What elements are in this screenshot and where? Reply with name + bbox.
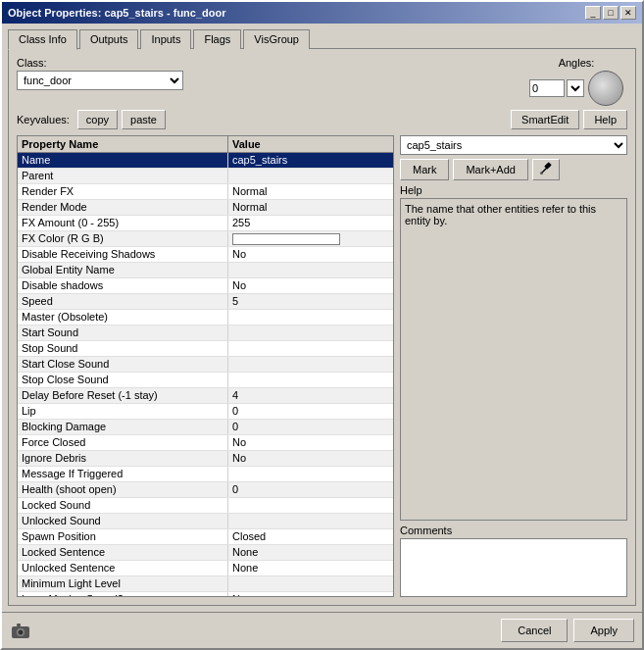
table-row[interactable]: Start Sound xyxy=(18,325,393,341)
paste-button[interactable]: paste xyxy=(122,110,166,129)
cancel-button[interactable]: Cancel xyxy=(501,619,568,642)
table-row[interactable]: Render ModeNormal xyxy=(18,200,393,216)
help-text: The name that other entities refer to th… xyxy=(400,198,627,521)
class-section: Class: func_door xyxy=(17,57,183,106)
prop-name-cell: Locked Sentence xyxy=(18,545,228,560)
prop-value-cell: 0 xyxy=(228,404,393,419)
angles-label: Angles: xyxy=(559,57,595,69)
class-label: Class: xyxy=(17,57,183,69)
prop-value-cell: No xyxy=(228,451,393,466)
angles-dropdown[interactable] xyxy=(567,79,584,97)
prop-name-cell: Disable Receiving Shadows xyxy=(18,247,228,262)
tab-visgroup[interactable]: VisGroup xyxy=(243,29,310,49)
apply-button[interactable]: Apply xyxy=(573,619,634,642)
minimize-button[interactable]: _ xyxy=(585,6,601,20)
maximize-button[interactable]: □ xyxy=(603,6,619,20)
table-row[interactable]: Blocking Damage0 xyxy=(18,420,393,435)
prop-value-cell xyxy=(228,310,393,325)
prop-name-cell: Minimum Light Level xyxy=(18,576,228,591)
table-row[interactable]: Force ClosedNo xyxy=(18,435,393,451)
prop-value-cell xyxy=(228,357,393,372)
table-row[interactable]: Unlocked SentenceNone xyxy=(18,561,393,576)
table-row[interactable]: Minimum Light Level xyxy=(18,576,393,592)
svg-rect-6 xyxy=(17,624,21,626)
prop-value-cell xyxy=(228,467,393,481)
main-area: Property Name Value Namecap5_stairsParen… xyxy=(17,135,627,597)
table-row[interactable]: Render FXNormal xyxy=(18,184,393,200)
table-row[interactable]: Delay Before Reset (-1 stay)4 xyxy=(18,388,393,404)
table-row[interactable]: FX Amount (0 - 255)255 xyxy=(18,216,393,231)
table-row[interactable]: Ignore DebrisNo xyxy=(18,451,393,467)
prop-name-cell: Stop Close Sound xyxy=(18,373,228,387)
col-property-name: Property Name xyxy=(18,136,228,152)
angles-input[interactable] xyxy=(529,79,565,97)
window-content: Class Info Outputs Inputs Flags VisGroup… xyxy=(2,24,642,612)
keyvalues-label: Keyvalues: xyxy=(17,114,70,125)
tab-class-info[interactable]: Class Info xyxy=(8,29,77,50)
close-button[interactable]: ✕ xyxy=(620,6,636,20)
prop-value-cell xyxy=(228,373,393,387)
class-select[interactable]: func_door xyxy=(17,71,183,90)
comments-label: Comments xyxy=(400,525,627,536)
prop-name-cell: Delay Before Reset (-1 stay) xyxy=(18,388,228,403)
mark-add-button[interactable]: Mark+Add xyxy=(453,159,527,180)
table-row[interactable]: Disable Receiving ShadowsNo xyxy=(18,247,393,263)
table-row[interactable]: Locked SentenceNone xyxy=(18,545,393,561)
table-row[interactable]: Start Close Sound xyxy=(18,357,393,373)
table-row[interactable]: Disable shadowsNo xyxy=(18,278,393,294)
prop-name-cell: Unlocked Sound xyxy=(18,514,228,528)
prop-value-cell xyxy=(228,169,393,183)
table-row[interactable]: Stop Close Sound xyxy=(18,373,393,388)
watermark-area xyxy=(10,619,495,642)
window-title: Object Properties: cap5_stairs - func_do… xyxy=(8,7,226,19)
mark-button[interactable]: Mark xyxy=(400,159,449,180)
table-row[interactable]: Master (Obsolete) xyxy=(18,310,393,325)
table-row[interactable]: Parent xyxy=(18,169,393,184)
smart-edit-button[interactable]: SmartEdit xyxy=(511,110,579,129)
table-row[interactable]: FX Color (R G B) xyxy=(18,231,393,247)
prop-value-cell xyxy=(228,576,393,591)
prop-name-cell: Render Mode xyxy=(18,200,228,215)
tab-bar: Class Info Outputs Inputs Flags VisGroup xyxy=(8,29,636,49)
prop-value-cell xyxy=(228,263,393,277)
table-row[interactable]: Spawn PositionClosed xyxy=(18,529,393,545)
help-section: Help The name that other entities refer … xyxy=(400,184,627,521)
property-table: Property Name Value Namecap5_stairsParen… xyxy=(17,135,394,597)
prop-value-cell: No xyxy=(228,435,393,450)
title-bar: Object Properties: cap5_stairs - func_do… xyxy=(2,2,642,24)
prop-name-cell: Start Sound xyxy=(18,325,228,340)
copy-button[interactable]: copy xyxy=(77,110,118,129)
comments-box[interactable] xyxy=(400,538,627,597)
prop-name-cell: Spawn Position xyxy=(18,529,228,544)
prop-value-cell: No xyxy=(228,592,393,597)
tab-outputs[interactable]: Outputs xyxy=(79,29,139,49)
help-label: Help xyxy=(400,184,627,196)
prop-name-cell: Blocking Damage xyxy=(18,420,228,434)
prop-name-cell: Force Closed xyxy=(18,435,228,450)
table-row[interactable]: Namecap5_stairs xyxy=(18,153,393,169)
table-row[interactable]: Lip0 xyxy=(18,404,393,420)
prop-value-cell xyxy=(228,231,393,246)
table-row[interactable]: Global Entity Name xyxy=(18,263,393,278)
tab-inputs[interactable]: Inputs xyxy=(140,29,191,49)
prop-name-cell: Start Close Sound xyxy=(18,357,228,372)
prop-value-cell: Normal xyxy=(228,200,393,215)
table-row[interactable]: Message If Triggered xyxy=(18,467,393,482)
tab-flags[interactable]: Flags xyxy=(193,29,241,49)
tab-content-class-info: Class: func_door Angles: xyxy=(8,48,636,606)
help-button[interactable]: Help xyxy=(583,110,627,129)
table-row[interactable]: Unlocked Sound xyxy=(18,514,393,529)
right-panel: cap5_stairs Mark Mark+Add xyxy=(400,135,627,597)
table-row[interactable]: Locked Sound xyxy=(18,498,393,514)
prop-name-cell: Parent xyxy=(18,169,228,183)
table-row[interactable]: Loop Moving Sound?No xyxy=(18,592,393,597)
color-swatch xyxy=(232,233,340,245)
prop-value-cell: None xyxy=(228,561,393,575)
angles-section: Angles: xyxy=(529,57,623,106)
entity-dropdown[interactable]: cap5_stairs xyxy=(400,135,627,155)
eyedropper-button[interactable] xyxy=(532,159,560,180)
table-row[interactable]: Stop Sound xyxy=(18,341,393,357)
table-row[interactable]: Health (shoot open)0 xyxy=(18,482,393,498)
prop-name-cell: Ignore Debris xyxy=(18,451,228,466)
table-row[interactable]: Speed5 xyxy=(18,294,393,310)
